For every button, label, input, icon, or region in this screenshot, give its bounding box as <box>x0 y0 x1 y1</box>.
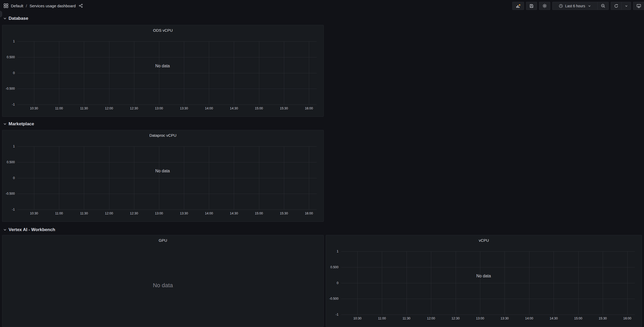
floppy-save-icon <box>529 4 534 8</box>
panel-title[interactable]: GPU <box>2 238 323 243</box>
grid-line-vertical <box>603 251 603 315</box>
grid-line-horizontal <box>17 178 317 178</box>
section-title: Vertex AI - Workbench <box>9 227 55 232</box>
clock-icon <box>559 4 563 8</box>
panel-title[interactable]: vCPU <box>326 238 642 243</box>
x-axis-tick-label: 11:30 <box>80 212 88 215</box>
x-axis-tick-label: 11:00 <box>55 212 63 215</box>
add-panel-button[interactable] <box>512 2 524 10</box>
dashboard-grid-icon[interactable] <box>4 3 8 8</box>
gear-icon <box>542 4 547 8</box>
grid-line-horizontal <box>341 251 635 252</box>
grid-line-vertical <box>159 41 159 104</box>
grid-line-horizontal <box>341 315 635 315</box>
dashboard-settings-button[interactable] <box>539 2 550 10</box>
y-axis-tick-label: -1 <box>12 208 15 211</box>
grid-line-vertical <box>284 41 284 104</box>
y-axis-tick-label: 0 <box>337 281 338 285</box>
grid-line-vertical <box>259 41 259 104</box>
chevron-down-icon <box>3 122 7 126</box>
grid-line-horizontal <box>341 267 635 267</box>
panel-vcpu: vCPU 10.5000-0.500-110:3011:0011:3012:00… <box>326 235 642 327</box>
dashboard-toolbar: Last 6 hours <box>512 2 644 10</box>
x-axis-tick-label: 12:00 <box>105 212 113 215</box>
time-range-picker[interactable]: Last 6 hours <box>553 2 597 10</box>
grid-line-vertical <box>504 251 505 315</box>
refresh-button[interactable] <box>611 2 621 10</box>
grid-line-horizontal <box>341 283 635 283</box>
refresh-group <box>611 2 631 10</box>
section-header-database[interactable]: Database <box>0 15 28 22</box>
y-axis-tick-label: -0.500 <box>6 192 15 195</box>
x-axis-tick-label: 10:30 <box>30 212 38 215</box>
chart-plot-area: 10.5000-0.500-110:3011:0011:3012:0012:30… <box>17 146 317 210</box>
grid-line-vertical <box>59 146 59 210</box>
time-range-label: Last 6 hours <box>565 4 585 8</box>
x-axis-tick-label: 10:30 <box>30 107 38 110</box>
section-header-vertex-ai-workbench[interactable]: Vertex AI - Workbench <box>0 226 55 233</box>
grid-line-horizontal <box>17 89 317 89</box>
y-axis-tick-label: 0.500 <box>7 55 15 59</box>
refresh-cycle-icon <box>614 4 618 8</box>
x-axis-tick-label: 14:30 <box>550 317 558 320</box>
grid-line-vertical <box>184 146 184 210</box>
chevron-down-icon <box>3 17 7 20</box>
x-axis-tick-label: 15:30 <box>599 317 607 320</box>
grid-line-horizontal <box>17 73 317 73</box>
panel-title[interactable]: Dataproc vCPU <box>2 133 323 138</box>
breadcrumb-root[interactable]: Default <box>11 4 23 8</box>
grid-line-vertical <box>309 41 309 104</box>
kiosk-mode-button[interactable] <box>633 2 644 10</box>
section-title: Marketplace <box>9 121 34 127</box>
x-axis-tick-label: 15:00 <box>255 212 263 215</box>
breadcrumb: Default / Services usage dashboard <box>4 0 83 11</box>
panel-title[interactable]: ODS vCPU <box>2 28 323 33</box>
save-dashboard-button[interactable] <box>526 2 537 10</box>
y-axis-tick-label: 1 <box>13 145 15 148</box>
grid-line-vertical <box>109 146 109 210</box>
y-axis-tick-label: 0.500 <box>7 160 15 164</box>
no-data-message: No data <box>153 282 173 289</box>
grid-line-vertical <box>134 146 134 210</box>
y-axis-tick-label: -0.500 <box>329 297 338 300</box>
grid-line-horizontal <box>17 146 317 147</box>
panel-gpu: GPU No data <box>2 235 324 327</box>
grid-line-vertical <box>357 251 358 315</box>
grid-line-vertical <box>627 251 628 315</box>
tv-monitor-icon <box>636 4 641 8</box>
grid-line-vertical <box>84 146 84 210</box>
x-axis-tick-label: 15:30 <box>280 107 288 110</box>
y-axis-tick-label: 0 <box>13 71 15 75</box>
x-axis-tick-label: 13:30 <box>501 317 509 320</box>
grid-line-vertical <box>259 146 259 210</box>
x-axis-tick-label: 12:30 <box>452 317 460 320</box>
x-axis-tick-label: 13:30 <box>180 212 188 215</box>
magnifier-minus-icon <box>601 4 605 8</box>
x-axis-tick-label: 12:30 <box>130 107 138 110</box>
x-axis-tick-label: 12:30 <box>130 212 138 215</box>
grid-line-vertical <box>84 41 84 104</box>
y-axis-tick-label: -0.500 <box>6 87 15 90</box>
y-axis-tick-label: -1 <box>336 313 338 316</box>
chevron-down-icon <box>588 4 591 8</box>
x-axis-tick-label: 13:00 <box>476 317 484 320</box>
no-data-message: No data <box>476 274 491 278</box>
y-axis-tick-label: 1 <box>13 40 15 43</box>
x-axis-tick-label: 14:00 <box>525 317 533 320</box>
x-axis-tick-label: 16:00 <box>305 107 313 110</box>
x-axis-tick-label: 13:30 <box>180 107 188 110</box>
breadcrumb-current[interactable]: Services usage dashboard <box>30 4 76 8</box>
x-axis-tick-label: 13:00 <box>155 107 163 110</box>
x-axis-tick-label: 12:00 <box>427 317 435 320</box>
section-header-marketplace[interactable]: Marketplace <box>0 121 34 127</box>
x-axis-tick-label: 14:00 <box>205 212 213 215</box>
chevron-down-icon <box>3 228 7 232</box>
grid-line-horizontal <box>17 194 317 194</box>
share-icon[interactable] <box>79 4 83 8</box>
zoom-out-time-button[interactable] <box>597 2 608 10</box>
grid-line-vertical <box>184 41 184 104</box>
grid-line-vertical <box>407 251 407 315</box>
breadcrumb-separator: / <box>26 4 27 8</box>
y-axis-tick-label: 0.500 <box>330 265 338 269</box>
refresh-interval-dropdown[interactable] <box>621 2 631 10</box>
